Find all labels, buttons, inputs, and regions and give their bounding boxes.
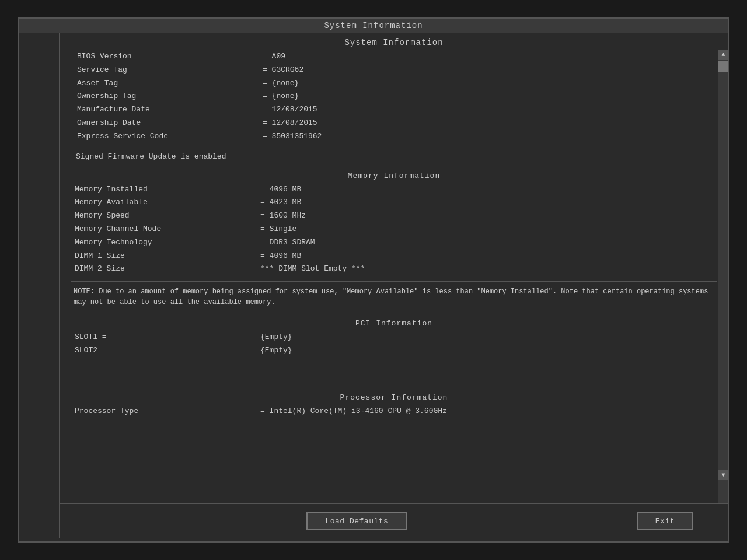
table-row: Memory Technology = DDR3 SDRAM [72,237,715,249]
field-value: = G3CRG62 [263,64,715,76]
field-value: = {none} [263,78,715,90]
field-label: Asset Tag [75,78,261,90]
field-label: Ownership Tag [75,90,261,103]
inner-section-title: System Information [60,33,728,50]
scrollbar-down-button[interactable]: ▼ [718,470,728,480]
content-area: System Information BIOS Version = A09 Se… [19,33,728,538]
table-row: Memory Speed = 1600 MHz [72,210,715,222]
field-value: = 4096 MB [260,250,715,262]
exit-button[interactable]: Exit [637,512,693,530]
field-label: DIMM 1 Size [72,250,259,262]
system-info-section: BIOS Version = A09 Service Tag = G3CRG62… [71,50,717,164]
field-value: = 12/08/2015 [263,117,715,130]
field-label: Memory Available [72,197,259,209]
table-row: Manufacture Date = 12/08/2015 [75,104,715,116]
table-row: Express Service Code = 35031351962 [75,131,715,143]
field-label: Memory Channel Mode [72,223,259,236]
table-row: SLOT2 = {Empty} [72,345,715,357]
field-label: Ownership Date [75,117,261,130]
table-row: Ownership Tag = {none} [75,90,715,103]
processor-info-table: Processor Type = Intel(R) Core(TM) i3-41… [71,404,717,419]
memory-section-title: Memory Information [71,164,717,183]
field-value: = 1600 MHz [260,210,715,222]
table-row: DIMM 2 Size *** DIMM Slot Empty *** [72,263,715,275]
field-value: = 4023 MB [260,197,715,209]
field-value: = {none} [263,90,715,103]
window-title-bar: System Information [19,19,728,33]
field-value: {Empty} [260,331,715,344]
table-row: Memory Installed = 4096 MB [72,184,715,196]
system-info-table: BIOS Version = A09 Service Tag = G3CRG62… [74,50,717,144]
field-value: = 35031351962 [263,131,715,143]
table-row: SLOT1 = {Empty} [72,331,715,344]
field-label: Express Service Code [75,131,261,143]
table-row: Service Tag = G3CRG62 [75,64,715,76]
table-row: DIMM 1 Size = 4096 MB [72,250,715,262]
field-value: = Single [260,223,715,236]
processor-section-title: Processor Information [71,386,717,404]
field-label: DIMM 2 Size [72,263,259,275]
table-row: Asset Tag = {none} [75,78,715,90]
table-row: BIOS Version = A09 [75,51,715,63]
field-label: Manufacture Date [75,104,261,116]
field-label: SLOT1 = [72,331,259,344]
table-row: Ownership Date = 12/08/2015 [75,117,715,130]
left-sidebar [19,33,60,538]
bios-window: System Information System Information BI… [18,18,729,542]
scrollbar[interactable]: ▲ ▼ [718,50,728,503]
field-label: Processor Type [72,405,259,418]
scroll-area: BIOS Version = A09 Service Tag = G3CRG62… [60,50,728,503]
signed-firmware-text: Signed Firmware Update is enabled [74,149,717,164]
pci-info-table: SLOT1 = {Empty} SLOT2 = {Empty} [71,330,717,358]
main-panel: System Information BIOS Version = A09 Se… [60,33,728,538]
field-value: = 12/08/2015 [263,104,715,116]
field-value: *** DIMM Slot Empty *** [260,263,715,275]
field-value: = DDR3 SDRAM [260,237,715,249]
memory-note: NOTE: Due to an amount of memory being a… [71,281,717,312]
table-row: Memory Channel Mode = Single [72,223,715,236]
bottom-buttons-bar: Load Defaults Exit [60,503,728,538]
window-title: System Information [324,21,423,30]
field-label: Memory Speed [72,210,259,222]
field-label: BIOS Version [75,51,261,63]
field-label: Memory Technology [72,237,259,249]
pci-section-title: PCI Information [71,312,717,330]
field-value: = 4096 MB [260,184,715,196]
field-value: = Intel(R) Core(TM) i3-4160 CPU @ 3.60GH… [260,405,715,418]
field-label: Memory Installed [72,184,259,196]
scrollbar-up-button[interactable]: ▲ [718,50,728,60]
field-value: = A09 [263,51,715,63]
load-defaults-button[interactable]: Load Defaults [306,512,407,530]
scrollbar-thumb[interactable] [718,61,728,72]
table-row: Processor Type = Intel(R) Core(TM) i3-41… [72,405,715,418]
field-label: Service Tag [75,64,261,76]
field-value: {Empty} [260,345,715,357]
field-label: SLOT2 = [72,345,259,357]
memory-info-table: Memory Installed = 4096 MB Memory Availa… [71,183,717,277]
table-row: Memory Available = 4023 MB [72,197,715,209]
